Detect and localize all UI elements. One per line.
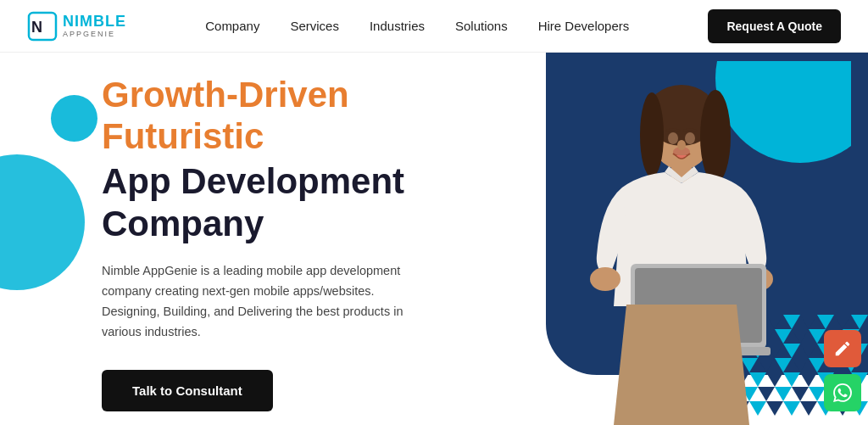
hero-content: Growth-Driven Futuristic App Development…	[0, 53, 465, 425]
talk-to-consultant-button[interactable]: Talk to Consultant	[102, 370, 273, 411]
svg-point-74	[590, 267, 620, 291]
edit-fab-button[interactable]	[824, 330, 861, 367]
hero-right-panel	[512, 53, 868, 425]
svg-text:N: N	[31, 19, 42, 36]
logo[interactable]: N NIMBLE APPGENIE	[27, 11, 126, 42]
nav-item-company[interactable]: Company	[205, 19, 259, 33]
request-quote-button[interactable]: Request A Quote	[708, 9, 841, 43]
hero-tagline-line1: Growth-Driven	[102, 75, 424, 115]
svg-point-82	[677, 140, 686, 150]
whatsapp-fab-button[interactable]	[824, 374, 861, 411]
hero-section: Growth-Driven Futuristic App Development…	[0, 53, 868, 425]
svg-marker-11	[851, 315, 868, 329]
svg-marker-10	[834, 315, 851, 329]
main-nav: Company Services Industries Solutions Hi…	[205, 19, 629, 33]
svg-point-72	[640, 92, 664, 177]
svg-marker-9	[817, 315, 834, 329]
whatsapp-icon	[833, 383, 852, 402]
floating-action-buttons	[824, 330, 861, 411]
nav-item-industries[interactable]: Industries	[370, 19, 425, 33]
logo-brand-name: NIMBLE	[63, 14, 126, 29]
hero-tagline-black: App Development Company	[102, 160, 424, 246]
logo-n: N	[63, 13, 75, 30]
hero-description: Nimble AppGenie is a leading mobile app …	[102, 261, 424, 343]
header: N NIMBLE APPGENIE Company Services Indus…	[0, 0, 868, 53]
svg-point-71	[700, 90, 731, 183]
nav-item-services[interactable]: Services	[290, 19, 339, 33]
logo-icon: N	[27, 11, 58, 42]
svg-point-80	[685, 132, 695, 144]
hero-person-image	[546, 69, 817, 425]
person-svg	[554, 69, 809, 425]
hero-tagline-line2: Futuristic	[102, 116, 424, 157]
logo-tagline: APPGENIE	[63, 31, 126, 38]
logo-text: NIMBLE APPGENIE	[63, 14, 126, 38]
svg-point-79	[668, 132, 678, 144]
nav-item-solutions[interactable]: Solutions	[455, 19, 508, 33]
edit-icon	[833, 339, 852, 358]
nav-item-hire[interactable]: Hire Developers	[538, 19, 630, 33]
